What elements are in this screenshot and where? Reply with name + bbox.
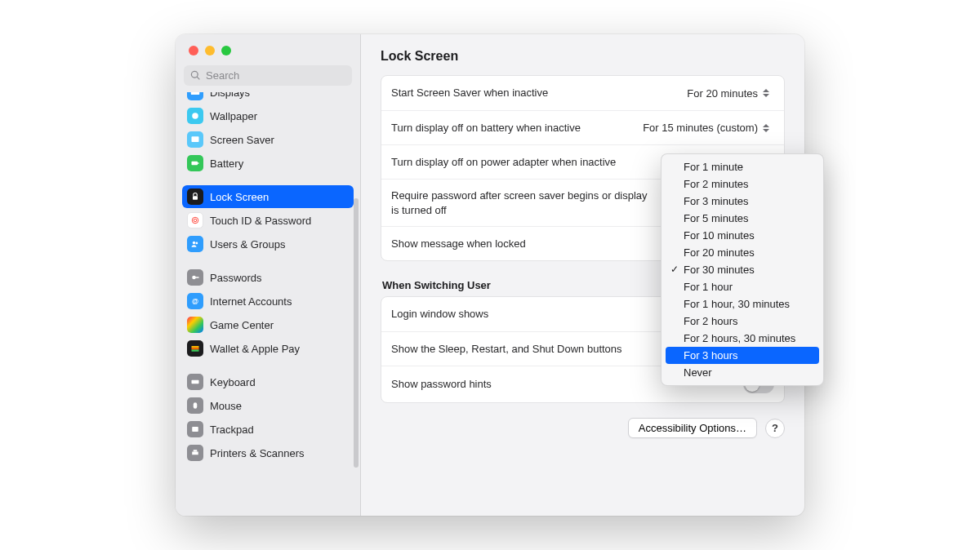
sidebar: Search Displays Wallpaper Screen Saver [176,34,361,516]
sidebar-item-trackpad[interactable]: Trackpad [182,418,354,441]
menu-item[interactable]: For 5 minutes [666,210,819,227]
svg-text:@: @ [192,298,198,305]
menu-item[interactable]: For 1 hour, 30 minutes [666,295,819,313]
svg-rect-16 [192,380,199,384]
sidebar-item-label: Passwords [210,272,262,284]
sidebar-item-label: Internet Accounts [210,295,292,308]
sidebar-item-game-center[interactable]: Game Center [182,313,354,336]
sidebar-item-mouse[interactable]: Mouse [182,394,354,417]
game-center-icon [187,317,203,333]
sidebar-item-internet-accounts[interactable]: @ Internet Accounts [182,290,354,313]
svg-point-7 [194,219,196,221]
window-controls [176,34,360,65]
sidebar-item-label: Printers & Scanners [210,447,305,459]
system-settings-window: Search Displays Wallpaper Screen Saver [176,34,804,516]
svg-rect-14 [192,348,199,349]
sidebar-item-wallpaper[interactable]: Wallpaper [182,104,354,127]
menu-item[interactable]: For 2 minutes [666,175,819,193]
sidebar-item-passwords[interactable]: Passwords [182,266,354,289]
search-placeholder: Search [206,69,239,82]
menu-item[interactable]: For 30 minutes [666,261,819,278]
svg-rect-4 [198,162,199,164]
sidebar-item-touch-id[interactable]: Touch ID & Password [182,209,354,232]
sidebar-item-battery[interactable]: Battery [182,152,354,175]
row-label: Require password after screen saver begi… [391,189,653,217]
svg-rect-19 [192,452,198,455]
wallpaper-icon [187,108,203,124]
search-input[interactable]: Search [184,65,352,86]
sidebar-item-screen-saver[interactable]: Screen Saver [182,128,354,151]
sidebar-item-label: Keyboard [210,376,256,388]
help-button[interactable]: ? [765,419,785,438]
menu-item[interactable]: For 10 minutes [666,227,819,244]
sidebar-item-lock-screen[interactable]: Lock Screen [182,185,354,208]
users-groups-icon [187,236,203,252]
sidebar-item-label: Game Center [210,319,274,331]
sidebar-item-label: Wallpaper [210,110,257,122]
sidebar-item-users-groups[interactable]: Users & Groups [182,233,354,255]
row-label: Show password hints [391,377,492,392]
sidebar-item-printers[interactable]: Printers & Scanners [182,441,354,464]
svg-point-9 [196,242,198,245]
menu-item[interactable]: For 3 hours [666,347,819,364]
duration-menu[interactable]: For 1 minute For 2 minutes For 3 minutes… [661,153,824,386]
row-display-battery: Turn display off on battery when inactiv… [381,110,784,144]
accessibility-options-button[interactable]: Accessibility Options… [628,418,757,438]
zoom-button[interactable] [221,46,231,55]
sidebar-item-label: Users & Groups [210,238,285,251]
trackpad-icon [187,421,203,437]
svg-point-1 [192,113,198,119]
menu-item[interactable]: For 2 hours [666,313,819,330]
menu-item[interactable]: For 1 hour [666,278,819,295]
svg-rect-11 [195,277,199,278]
menu-item[interactable]: For 20 minutes [666,244,819,261]
svg-point-8 [193,242,195,244]
page-title: Lock Screen [381,49,785,64]
sidebar-item-wallet[interactable]: Wallet & Apple Pay [182,337,354,360]
menu-item[interactable]: For 3 minutes [666,193,819,210]
wallet-icon [187,340,203,357]
svg-rect-18 [192,427,198,432]
sidebar-item-label: Mouse [210,400,242,412]
svg-rect-0 [191,92,200,95]
close-button[interactable] [189,46,198,55]
svg-rect-13 [192,346,199,348]
sidebar-item-label: Touch ID & Password [210,215,311,227]
sidebar-item-label: Displays [210,92,250,99]
row-label: Turn display off on power adapter when i… [391,155,616,170]
sidebar-item-label: Trackpad [210,424,254,436]
svg-rect-20 [194,450,198,451]
minimize-button[interactable] [205,46,215,55]
menu-item[interactable]: For 1 minute [666,158,819,175]
screensaver-popup[interactable]: For 20 minutes [687,87,774,100]
sidebar-item-label: Screen Saver [210,134,274,146]
printers-icon [187,445,203,461]
svg-rect-5 [193,196,198,200]
mouse-icon [187,397,203,414]
touch-id-icon [187,212,203,228]
battery-icon [187,155,203,171]
row-label: Show the Sleep, Restart, and Shut Down b… [391,342,622,357]
sidebar-scrollbar[interactable] [354,198,359,468]
sidebar-list: Displays Wallpaper Screen Saver Battery [182,92,354,464]
row-label: Login window shows [391,307,488,322]
internet-accounts-icon: @ [187,293,203,309]
row-screensaver: Start Screen Saver when inactive For 20 … [381,76,784,110]
menu-item[interactable]: For 2 hours, 30 minutes [666,330,819,347]
svg-rect-15 [192,350,199,352]
menu-item[interactable]: Never [666,364,819,381]
sidebar-item-displays[interactable]: Displays [182,92,354,104]
display-battery-popup[interactable]: For 15 minutes (custom) [643,122,774,134]
sidebar-item-label: Lock Screen [210,191,269,203]
svg-rect-17 [194,402,198,409]
svg-rect-2 [192,136,199,142]
footer: Accessibility Options… ? [381,418,785,438]
row-label: Turn display off on battery when inactiv… [391,121,581,135]
screen-saver-icon [187,131,203,148]
stepper-icon [763,124,774,132]
row-label: Start Screen Saver when inactive [391,86,548,100]
stepper-icon [763,89,774,97]
sidebar-item-keyboard[interactable]: Keyboard [182,370,354,393]
svg-rect-3 [192,162,198,166]
sidebar-item-label: Battery [210,157,243,170]
